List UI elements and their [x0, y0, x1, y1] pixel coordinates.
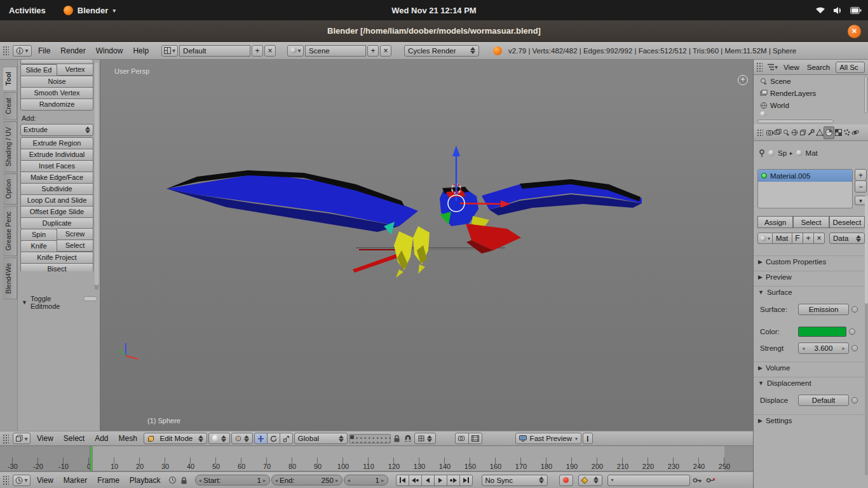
- close-icon[interactable]: ×: [848, 25, 861, 38]
- panel-preview[interactable]: ▶ Preview: [754, 271, 868, 282]
- insert-keyframe-icon[interactable]: [691, 475, 703, 486]
- toolshelf-button[interactable]: Slide Ed: [20, 64, 57, 76]
- toolshelf-button[interactable]: Extrude Individual: [20, 149, 93, 161]
- panel-volume[interactable]: ▶ Volume: [754, 362, 868, 373]
- jump-to-end-icon[interactable]: [459, 475, 473, 486]
- toolshelf-button[interactable]: Loop Cut and Slide: [20, 194, 93, 207]
- clock[interactable]: Wed Nov 21 12:14 PM: [0, 6, 868, 15]
- header-grip[interactable]: [757, 129, 763, 137]
- displace-method-select[interactable]: Default: [798, 395, 849, 406]
- panel-displacement[interactable]: ▼ Displacement: [754, 377, 868, 388]
- material-browse-button[interactable]: ▾: [757, 233, 773, 244]
- snap-magnet-icon[interactable]: [403, 433, 413, 444]
- fake-user-button[interactable]: F: [792, 233, 803, 244]
- close-scene-button[interactable]: ×: [380, 45, 391, 57]
- display-filter-select[interactable]: All Sc: [836, 62, 865, 73]
- properties-vscrollbar[interactable]: [865, 196, 868, 475]
- pin-icon[interactable]: [759, 149, 765, 157]
- toolshelf-hscrollbar[interactable]: [83, 296, 97, 301]
- manipulator-scale-icon[interactable]: [280, 433, 293, 444]
- header-grip[interactable]: [756, 62, 763, 72]
- fast-preview-button[interactable]: Fast Preview ▾: [515, 433, 581, 444]
- outliner-item-world[interactable]: World: [754, 99, 868, 111]
- viewport-shading-select[interactable]: [208, 433, 230, 444]
- play-icon[interactable]: [434, 475, 447, 486]
- toolshelf-button[interactable]: Screw: [57, 228, 93, 240]
- toolshelf-tab[interactable]: Grease Penc: [3, 206, 17, 256]
- outliner-vscrollbar[interactable]: [864, 76, 867, 113]
- start-frame-field[interactable]: ◂ Start: 1 ▸: [195, 475, 270, 485]
- surface-shader-select[interactable]: Emission: [798, 304, 849, 315]
- field-right-arrow-icon[interactable]: ▸: [263, 477, 266, 484]
- toolshelf-tab[interactable]: Option: [3, 173, 17, 205]
- delete-keyframe-icon[interactable]: [705, 475, 717, 486]
- editor-type-button[interactable]: ▾: [13, 475, 31, 486]
- layout-name-field[interactable]: Default: [179, 45, 250, 57]
- toolshelf-tab[interactable]: Shading / UV: [3, 121, 17, 172]
- animate-decorator-icon[interactable]: [851, 306, 858, 313]
- transform-orientation-select[interactable]: Global: [294, 433, 348, 444]
- outliner-item-renderlayers[interactable]: RenderLayers: [754, 87, 868, 99]
- animate-decorator-icon[interactable]: [849, 329, 855, 335]
- active-keying-set-field[interactable]: ▾: [607, 475, 690, 486]
- tab-render-layers[interactable]: [774, 128, 782, 138]
- toolshelf-button[interactable]: Spin: [20, 229, 57, 241]
- tab-object-data[interactable]: [815, 128, 824, 138]
- strength-slider[interactable]: ◂ 3.600 ▸: [798, 342, 849, 354]
- material-slot-selected[interactable]: Material.005: [758, 170, 852, 182]
- data-source-select[interactable]: Data: [829, 233, 865, 244]
- keying-set-type-select[interactable]: [578, 475, 602, 486]
- scene-name-field[interactable]: Scene: [305, 45, 366, 57]
- system-tray[interactable]: [815, 0, 862, 20]
- outliner-hscrollbar[interactable]: [757, 119, 834, 123]
- snap-element-select[interactable]: [414, 433, 436, 444]
- header-grip[interactable]: [3, 434, 9, 444]
- opengl-render-anim-icon[interactable]: [468, 433, 482, 444]
- tab-object[interactable]: [799, 128, 807, 138]
- menu-item[interactable]: View: [780, 64, 803, 71]
- editor-type-button[interactable]: ▾: [13, 433, 31, 444]
- toolshelf-button[interactable]: Offset Edge Slide: [20, 206, 93, 218]
- field-left-arrow-icon[interactable]: ◂: [199, 477, 202, 484]
- add-layout-button[interactable]: +: [252, 45, 263, 57]
- menu-item[interactable]: Playback: [125, 476, 166, 485]
- menu-item[interactable]: Select: [58, 434, 90, 443]
- editor-type-button[interactable]: ▾: [766, 62, 779, 73]
- manipulator-translate-icon[interactable]: [254, 433, 268, 444]
- tab-world[interactable]: [790, 128, 799, 138]
- field-right-arrow-icon[interactable]: ▸: [381, 477, 384, 484]
- play-reverse-icon[interactable]: [421, 475, 435, 486]
- activities-button[interactable]: Activities: [0, 0, 55, 20]
- field-left-arrow-icon[interactable]: ◂: [348, 477, 351, 484]
- tab-material[interactable]: [824, 126, 834, 139]
- panel-settings[interactable]: ▶ Settings: [754, 414, 868, 426]
- window-title-bar[interactable]: Blender [/home/liam/doober/models/wormas…: [0, 20, 868, 42]
- header-grip[interactable]: [3, 475, 9, 485]
- current-frame-marker[interactable]: [90, 446, 92, 471]
- manipulator-rotate-icon[interactable]: [267, 433, 280, 444]
- field-left-arrow-icon[interactable]: ◂: [275, 477, 278, 484]
- unlink-icon[interactable]: ×: [814, 233, 825, 244]
- material-action-button[interactable]: Assign: [757, 216, 793, 228]
- header-grip[interactable]: [3, 46, 9, 55]
- animate-decorator-icon[interactable]: [851, 345, 858, 351]
- field-right-arrow-icon[interactable]: ▸: [336, 477, 339, 484]
- breadcrumb-object[interactable]: Sp: [778, 149, 787, 157]
- toolshelf-button[interactable]: Randomize: [20, 98, 93, 111]
- pivot-point-select[interactable]: [231, 433, 253, 444]
- toolshelf-button[interactable]: Subdivide: [20, 183, 93, 195]
- close-layout-button[interactable]: ×: [264, 45, 276, 57]
- add-scene-button[interactable]: +: [367, 45, 379, 57]
- mode-select[interactable]: Edit Mode: [144, 433, 207, 444]
- menu-item[interactable]: Search: [803, 64, 834, 71]
- menu-item[interactable]: Window: [91, 46, 128, 55]
- toolshelf-tab[interactable]: Creat: [3, 92, 17, 120]
- material-action-button[interactable]: Deselect: [829, 216, 865, 228]
- panel-surface[interactable]: ▼ Surface: [754, 286, 868, 297]
- lock-camera-icon[interactable]: [392, 433, 402, 444]
- toolshelf-button[interactable]: Bisect: [20, 263, 93, 271]
- material-slot-list[interactable]: Material.005: [757, 169, 853, 208]
- add-material-slot-button[interactable]: +: [855, 169, 867, 181]
- 3d-viewport[interactable]: User Persp + (1) Sphere: [100, 60, 753, 431]
- animate-decorator-icon[interactable]: [851, 397, 858, 403]
